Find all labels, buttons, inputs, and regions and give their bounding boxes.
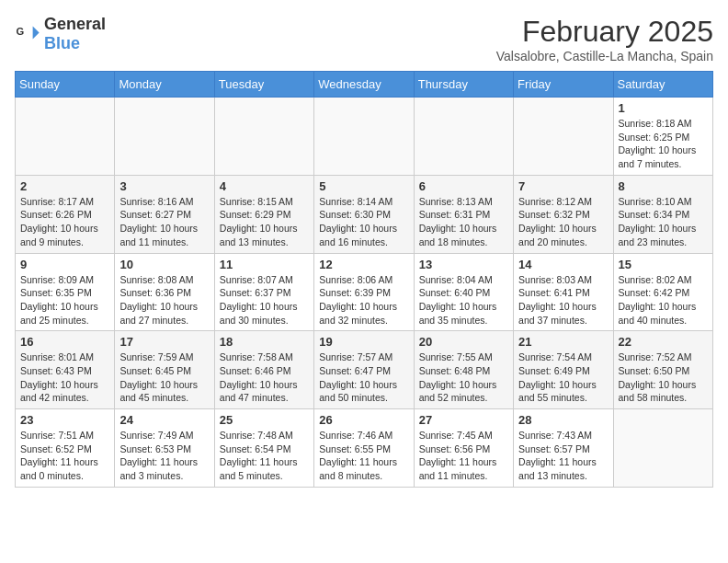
calendar-cell: 10Sunrise: 8:08 AM Sunset: 6:36 PM Dayli… — [115, 253, 214, 331]
day-info: Sunrise: 8:15 AM Sunset: 6:29 PM Dayligh… — [220, 195, 309, 249]
calendar-cell: 15Sunrise: 8:02 AM Sunset: 6:42 PM Dayli… — [613, 253, 712, 331]
day-info: Sunrise: 8:16 AM Sunset: 6:27 PM Dayligh… — [119, 195, 209, 249]
calendar-cell: 22Sunrise: 7:52 AM Sunset: 6:50 PM Dayli… — [613, 331, 712, 409]
weekday-header-tuesday: Tuesday — [214, 72, 313, 98]
calendar-cell — [115, 98, 214, 176]
weekday-header-friday: Friday — [514, 72, 613, 98]
day-info: Sunrise: 8:17 AM Sunset: 6:26 PM Dayligh… — [20, 195, 109, 249]
page-header: G General Blue February 2025 Valsalobre,… — [15, 15, 713, 63]
day-info: Sunrise: 7:55 AM Sunset: 6:48 PM Dayligh… — [419, 350, 508, 405]
calendar-week-row: 9Sunrise: 8:09 AM Sunset: 6:35 PM Daylig… — [16, 253, 713, 331]
logo-blue-text: Blue — [44, 34, 80, 52]
calendar-week-row: 16Sunrise: 8:01 AM Sunset: 6:43 PM Dayli… — [16, 331, 713, 409]
calendar-cell — [613, 409, 712, 488]
day-number: 20 — [419, 335, 508, 349]
day-number: 26 — [319, 413, 408, 427]
calendar-cell: 16Sunrise: 8:01 AM Sunset: 6:43 PM Dayli… — [16, 331, 115, 409]
calendar-cell: 12Sunrise: 8:06 AM Sunset: 6:39 PM Dayli… — [314, 253, 414, 331]
logo: G General Blue — [15, 15, 106, 53]
day-number: 3 — [119, 179, 209, 193]
calendar-cell — [16, 98, 115, 176]
weekday-header-monday: Monday — [115, 72, 214, 98]
day-number: 27 — [419, 413, 508, 427]
calendar-cell: 17Sunrise: 7:59 AM Sunset: 6:45 PM Dayli… — [115, 331, 214, 409]
calendar-week-row: 2Sunrise: 8:17 AM Sunset: 6:26 PM Daylig… — [16, 175, 713, 253]
calendar-cell: 1Sunrise: 8:18 AM Sunset: 6:25 PM Daylig… — [613, 98, 712, 176]
day-number: 1 — [619, 101, 708, 115]
calendar-cell: 25Sunrise: 7:48 AM Sunset: 6:54 PM Dayli… — [214, 409, 313, 488]
calendar-cell: 23Sunrise: 7:51 AM Sunset: 6:52 PM Dayli… — [16, 409, 115, 488]
calendar-cell: 6Sunrise: 8:13 AM Sunset: 6:31 PM Daylig… — [414, 175, 513, 253]
calendar-cell: 27Sunrise: 7:45 AM Sunset: 6:56 PM Dayli… — [414, 409, 513, 488]
day-info: Sunrise: 7:52 AM Sunset: 6:50 PM Dayligh… — [619, 350, 708, 405]
day-number: 15 — [619, 258, 708, 271]
logo-general-text: General — [44, 15, 106, 33]
day-info: Sunrise: 7:58 AM Sunset: 6:46 PM Dayligh… — [220, 350, 309, 405]
day-number: 2 — [20, 179, 109, 193]
calendar-cell: 28Sunrise: 7:43 AM Sunset: 6:57 PM Dayli… — [514, 409, 613, 488]
day-number: 4 — [220, 179, 309, 193]
day-number: 19 — [319, 335, 408, 349]
day-info: Sunrise: 8:12 AM Sunset: 6:32 PM Dayligh… — [518, 195, 608, 249]
day-info: Sunrise: 8:09 AM Sunset: 6:35 PM Dayligh… — [20, 273, 109, 327]
calendar-cell: 5Sunrise: 8:14 AM Sunset: 6:30 PM Daylig… — [314, 175, 414, 253]
day-info: Sunrise: 7:43 AM Sunset: 6:57 PM Dayligh… — [518, 429, 608, 483]
calendar-cell: 2Sunrise: 8:17 AM Sunset: 6:26 PM Daylig… — [16, 175, 115, 253]
calendar-cell: 19Sunrise: 7:57 AM Sunset: 6:47 PM Dayli… — [314, 331, 414, 409]
day-info: Sunrise: 8:04 AM Sunset: 6:40 PM Dayligh… — [419, 273, 508, 327]
day-number: 25 — [220, 413, 309, 427]
day-number: 18 — [220, 335, 309, 349]
day-number: 5 — [319, 179, 408, 193]
day-info: Sunrise: 7:59 AM Sunset: 6:45 PM Dayligh… — [119, 350, 209, 405]
weekday-header-thursday: Thursday — [414, 72, 513, 98]
day-number: 23 — [20, 413, 109, 427]
day-number: 17 — [119, 335, 209, 349]
day-info: Sunrise: 8:08 AM Sunset: 6:36 PM Dayligh… — [119, 273, 209, 327]
day-number: 14 — [518, 258, 608, 271]
day-info: Sunrise: 8:06 AM Sunset: 6:39 PM Dayligh… — [319, 273, 408, 327]
day-number: 11 — [220, 258, 309, 271]
day-info: Sunrise: 8:07 AM Sunset: 6:37 PM Dayligh… — [220, 273, 309, 327]
day-info: Sunrise: 8:10 AM Sunset: 6:34 PM Dayligh… — [619, 195, 708, 249]
month-year-title: February 2025 — [496, 15, 713, 49]
weekday-header-wednesday: Wednesday — [314, 72, 414, 98]
day-info: Sunrise: 8:13 AM Sunset: 6:31 PM Dayligh… — [419, 195, 508, 249]
day-info: Sunrise: 8:01 AM Sunset: 6:43 PM Dayligh… — [20, 350, 109, 405]
day-number: 16 — [20, 335, 109, 349]
calendar-table: SundayMondayTuesdayWednesdayThursdayFrid… — [15, 71, 713, 488]
calendar-cell — [514, 98, 613, 176]
day-number: 22 — [619, 335, 708, 349]
calendar-cell: 18Sunrise: 7:58 AM Sunset: 6:46 PM Dayli… — [214, 331, 313, 409]
calendar-cell: 8Sunrise: 8:10 AM Sunset: 6:34 PM Daylig… — [613, 175, 712, 253]
day-info: Sunrise: 8:14 AM Sunset: 6:30 PM Dayligh… — [319, 195, 408, 249]
day-info: Sunrise: 7:49 AM Sunset: 6:53 PM Dayligh… — [119, 429, 209, 483]
day-info: Sunrise: 7:54 AM Sunset: 6:49 PM Dayligh… — [518, 350, 608, 405]
svg-marker-1 — [33, 27, 40, 40]
day-info: Sunrise: 7:45 AM Sunset: 6:56 PM Dayligh… — [419, 429, 508, 483]
calendar-cell: 26Sunrise: 7:46 AM Sunset: 6:55 PM Dayli… — [314, 409, 414, 488]
day-number: 10 — [119, 258, 209, 271]
calendar-cell: 3Sunrise: 8:16 AM Sunset: 6:27 PM Daylig… — [115, 175, 214, 253]
day-info: Sunrise: 8:03 AM Sunset: 6:41 PM Dayligh… — [518, 273, 608, 327]
day-number: 13 — [419, 258, 508, 271]
title-block: February 2025 Valsalobre, Castille-La Ma… — [496, 15, 713, 63]
weekday-header-row: SundayMondayTuesdayWednesdayThursdayFrid… — [16, 72, 713, 98]
day-info: Sunrise: 7:51 AM Sunset: 6:52 PM Dayligh… — [20, 429, 109, 483]
day-number: 9 — [20, 258, 109, 271]
day-info: Sunrise: 7:57 AM Sunset: 6:47 PM Dayligh… — [319, 350, 408, 405]
calendar-cell — [214, 98, 313, 176]
day-number: 21 — [518, 335, 608, 349]
day-number: 8 — [619, 179, 708, 193]
weekday-header-sunday: Sunday — [16, 72, 115, 98]
day-number: 24 — [119, 413, 209, 427]
calendar-cell: 14Sunrise: 8:03 AM Sunset: 6:41 PM Dayli… — [514, 253, 613, 331]
day-info: Sunrise: 8:18 AM Sunset: 6:25 PM Dayligh… — [619, 117, 708, 171]
day-number: 28 — [518, 413, 608, 427]
day-info: Sunrise: 7:48 AM Sunset: 6:54 PM Dayligh… — [220, 429, 309, 483]
day-number: 12 — [319, 258, 408, 271]
weekday-header-saturday: Saturday — [613, 72, 712, 98]
calendar-cell: 11Sunrise: 8:07 AM Sunset: 6:37 PM Dayli… — [214, 253, 313, 331]
day-info: Sunrise: 8:02 AM Sunset: 6:42 PM Dayligh… — [619, 273, 708, 327]
day-info: Sunrise: 7:46 AM Sunset: 6:55 PM Dayligh… — [319, 429, 408, 483]
svg-text:G: G — [16, 26, 24, 37]
